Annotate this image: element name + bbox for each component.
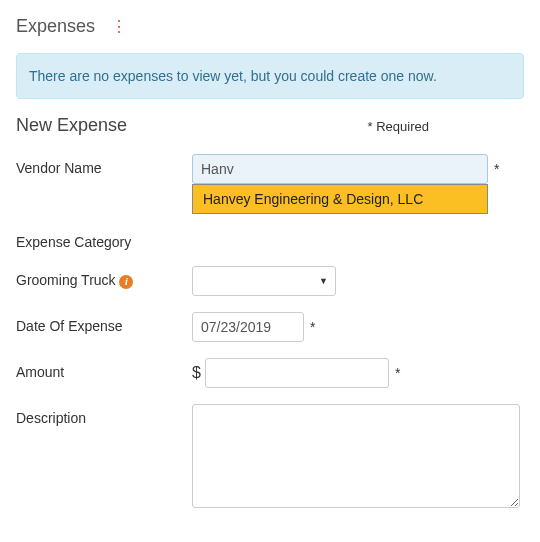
required-note: * Required	[368, 119, 429, 134]
amount-row: Amount $ *	[16, 358, 524, 388]
vendor-label: Vendor Name	[16, 154, 192, 176]
section-title: New Expense	[16, 115, 127, 136]
page-header: Expenses ⋮	[16, 16, 524, 37]
info-alert: There are no expenses to view yet, but y…	[16, 53, 524, 99]
page-title: Expenses	[16, 16, 95, 37]
section-header: New Expense * Required	[16, 115, 524, 136]
truck-row: Grooming Truck i ▼	[16, 266, 524, 296]
category-label: Expense Category	[16, 228, 192, 250]
amount-asterisk: *	[395, 365, 400, 381]
alert-message: There are no expenses to view yet, but y…	[29, 68, 437, 84]
date-asterisk: *	[310, 319, 315, 335]
category-row: Expense Category	[16, 228, 524, 250]
info-icon[interactable]: i	[119, 275, 133, 289]
description-textarea[interactable]	[192, 404, 520, 508]
amount-input[interactable]	[205, 358, 389, 388]
vendor-suggestion[interactable]: Hanvey Engineering & Design, LLC	[193, 185, 487, 213]
truck-select[interactable]	[192, 266, 336, 296]
kebab-menu-icon[interactable]: ⋮	[111, 19, 127, 35]
description-label: Description	[16, 404, 192, 426]
date-input[interactable]	[192, 312, 304, 342]
truck-label: Grooming Truck i	[16, 266, 192, 289]
vendor-autocomplete: Hanvey Engineering & Design, LLC	[192, 184, 488, 214]
currency-symbol: $	[192, 364, 201, 382]
vendor-asterisk: *	[494, 161, 499, 177]
vendor-row: Vendor Name * Hanvey Engineering & Desig…	[16, 154, 524, 184]
date-row: Date Of Expense *	[16, 312, 524, 342]
vendor-input[interactable]	[192, 154, 488, 184]
date-label: Date Of Expense	[16, 312, 192, 334]
amount-label: Amount	[16, 358, 192, 380]
description-row: Description	[16, 404, 524, 508]
